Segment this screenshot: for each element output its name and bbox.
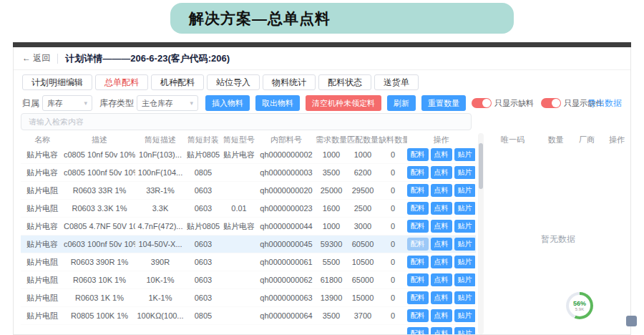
row-action-smt-button[interactable]: 贴片 [454, 256, 476, 268]
row-action-picking-button[interactable]: 配料 [407, 166, 429, 179]
column-header: 简短描述 [135, 135, 185, 145]
row-action-picking-button[interactable]: 配料 [407, 148, 429, 161]
show-missing-parts-only-toggle[interactable] [541, 98, 561, 108]
table-row[interactable]: 贴片电容c0805 10nf 50v 10%10nF(103)...贴片0805… [21, 146, 476, 164]
table-scrollbar[interactable] [478, 133, 484, 334]
column-header: 匹配数量 [347, 135, 379, 145]
panel-column-header: 操作 [602, 135, 631, 145]
row-actions: 配料点料贴片 [407, 273, 475, 286]
row-action-smt-button[interactable]: 贴片 [454, 291, 476, 304]
tab-delivery-note[interactable]: 送货单 [374, 74, 419, 90]
table-row[interactable]: 贴片电阻R0805 100K 1%100KΩ(100...0805qh00000… [21, 307, 476, 325]
row-action-count-button[interactable]: 点料 [431, 184, 452, 197]
row-action-picking-button[interactable]: 配料 [407, 220, 429, 233]
row-action-smt-button[interactable]: 贴片 [454, 202, 476, 215]
row-action-picking-button[interactable]: 配料 [407, 184, 429, 197]
row-action-picking-button[interactable]: 配料 [407, 256, 429, 268]
row-action-smt-button[interactable]: 贴片 [454, 166, 476, 179]
search-input[interactable] [21, 113, 472, 130]
table-row[interactable]: 贴片电容C0805 4.7NF 50V 10%...4.7nF(472)...贴… [21, 218, 476, 236]
table-cell: 5500 [316, 258, 347, 266]
row-action-picking-button[interactable]: 配料 [407, 273, 429, 286]
export-data-link[interactable]: 导出数据 [587, 97, 622, 110]
row-action-count-button[interactable]: 点料 [431, 238, 452, 251]
show-shortage-only-label: 只显示缺料 [494, 98, 534, 109]
tab-material-stats[interactable]: 物料统计 [263, 74, 316, 90]
insert-material-button[interactable]: 插入物料 [205, 95, 250, 111]
withdraw-material-button[interactable]: 取出物料 [255, 95, 300, 111]
owner-select[interactable]: 库存 ▾ [42, 95, 92, 111]
reset-quantity-button[interactable]: 重置数量 [421, 95, 466, 111]
table-cell: 贴片电容 [21, 150, 64, 160]
table-row[interactable]: 贴片电阻R0603 33R 1%33R-1%0603qh000000002025… [21, 182, 476, 200]
table-cell: 13900 [316, 293, 347, 302]
table-row[interactable]: 贴片电容c0603 100nf 50v 10% 104104-50V-X...0… [21, 236, 476, 253]
tab-total-order-picking[interactable]: 总单配料 [95, 74, 148, 90]
scrollbar-thumb[interactable] [479, 143, 483, 189]
row-action-count-button[interactable]: 点料 [431, 202, 452, 215]
table-row[interactable]: 配料点料贴片 [21, 325, 476, 334]
table-cell: 59300 [316, 240, 347, 248]
table-row[interactable]: 贴片电阻R0603 1K 1%1K-1%0603qh00000000631390… [21, 289, 476, 307]
row-action-count-button[interactable]: 点料 [431, 256, 452, 268]
row-action-count-button[interactable]: 点料 [431, 273, 452, 286]
row-action-smt-button[interactable]: 贴片 [454, 273, 476, 286]
row-action-picking-button[interactable]: 配料 [407, 202, 429, 215]
row-action-count-button[interactable]: 点料 [431, 327, 452, 334]
table-cell: 10500 [347, 258, 379, 266]
app-window: ← 返回 计划详情———206-6-23(客户代码:206) 计划明细编辑总单配… [13, 47, 631, 335]
clear-unissued-material-button[interactable]: 清空机种未领定料 [306, 95, 381, 111]
table-cell: 0 [379, 222, 407, 230]
tab-station-import[interactable]: 站位导入 [207, 74, 260, 90]
table-row[interactable]: 贴片电阻R0603 10K 1%10K-1%0603qh000000006261… [21, 271, 476, 289]
page-title: 解决方案—总单点料 [189, 9, 331, 29]
show-shortage-only-toggle[interactable] [472, 98, 492, 108]
tab-model-picking[interactable]: 机种配料 [151, 74, 204, 90]
table-cell: 0603 [185, 240, 221, 248]
table-cell: 65000 [347, 276, 379, 284]
row-action-count-button[interactable]: 点料 [431, 220, 452, 233]
table-row[interactable]: 贴片电容c0805 100nf 50v 10%100nF(104...0805q… [21, 164, 476, 182]
back-button[interactable]: ← 返回 [22, 52, 50, 64]
row-action-smt-button[interactable]: 贴片 [454, 309, 476, 322]
table-cell: C0805 4.7NF 50V 10%... [64, 222, 135, 230]
stock-type-label: 库存类型 [99, 97, 134, 110]
column-header: 操作 [407, 135, 475, 145]
corner-widget[interactable] [626, 316, 637, 326]
refresh-button[interactable]: 刷新 [387, 95, 416, 111]
table-cell: 0805 [185, 311, 221, 320]
row-actions: 配料点料贴片 [407, 202, 475, 215]
panel-column-header: 厂商 [572, 135, 602, 145]
row-action-picking-button[interactable]: 配料 [407, 291, 429, 304]
tabs: 计划明细编辑总单配料机种配料站位导入物料统计配料状态送货单 [22, 74, 419, 90]
row-action-picking-button[interactable]: 配料 [407, 309, 429, 322]
row-action-smt-button[interactable]: 贴片 [454, 148, 476, 161]
table-cell: 贴片电阻 [21, 185, 64, 196]
table-cell: qh0000000020 [257, 186, 316, 195]
row-action-smt-button[interactable]: 贴片 [454, 184, 476, 197]
row-action-picking-button[interactable]: 配料 [407, 327, 429, 334]
row-action-count-button[interactable]: 点料 [431, 166, 452, 179]
row-action-count-button[interactable]: 点料 [431, 309, 452, 322]
row-action-picking-button[interactable]: 配料 [407, 238, 429, 251]
table-cell: 390R [135, 258, 185, 266]
row-action-smt-button[interactable]: 贴片 [454, 327, 476, 334]
row-action-count-button[interactable]: 点料 [431, 148, 452, 161]
gauge-percent: 56% [573, 300, 586, 307]
table-cell: qh0000000061 [257, 258, 316, 266]
toggle-knob [552, 99, 560, 107]
table-cell: 0603 [185, 258, 221, 266]
table-row[interactable]: 贴片电阻R0603 3.3K 1%3.3K06030.01qh000000002… [21, 200, 476, 218]
column-header: 简短型号 [221, 135, 257, 145]
table-cell: 25000 [316, 186, 347, 195]
table-cell: 29500 [347, 186, 379, 195]
tab-picking-status[interactable]: 配料状态 [318, 74, 371, 90]
row-action-count-button[interactable]: 点料 [431, 291, 452, 304]
empty-state-text: 暂无数据 [486, 233, 630, 246]
table-row[interactable]: 贴片电阻R0603 390R 1%390R0603qh0000000061550… [21, 253, 476, 271]
row-action-smt-button[interactable]: 贴片 [454, 238, 476, 251]
tab-plan-detail-edit[interactable]: 计划明细编辑 [22, 74, 92, 90]
table-cell: qh0000000062 [257, 276, 316, 284]
stock-type-select[interactable]: 主仓库存 ▾ [137, 95, 198, 111]
row-action-smt-button[interactable]: 贴片 [454, 220, 476, 233]
